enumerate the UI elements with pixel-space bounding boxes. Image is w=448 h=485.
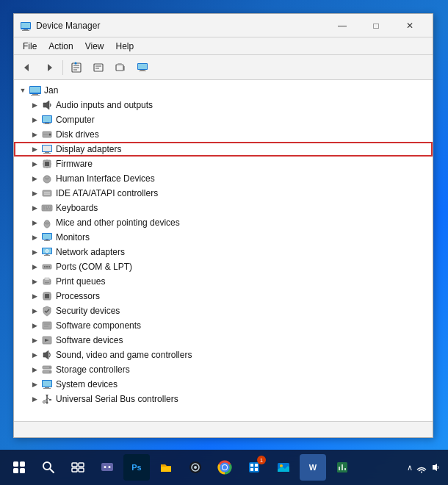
- expander-computer[interactable]: ▶: [29, 114, 40, 126]
- expander-hid[interactable]: ▶: [29, 173, 40, 184]
- tree-content[interactable]: ▼ Jan ▶: [14, 80, 433, 421]
- taskview-button[interactable]: [65, 454, 91, 481]
- tree-item-printqueues[interactable]: ▶ Print queues: [14, 274, 433, 289]
- expander-softwarecomponents[interactable]: ▶: [29, 320, 40, 331]
- tree-item-hid[interactable]: ▶ Human Interface Devices: [14, 171, 433, 186]
- start-button[interactable]: [6, 454, 32, 481]
- update-driver-button[interactable]: [88, 58, 109, 77]
- back-button[interactable]: [17, 58, 37, 77]
- help-button[interactable]: [132, 58, 153, 77]
- stats-button[interactable]: [329, 454, 355, 481]
- expander-ports[interactable]: ▶: [29, 261, 40, 273]
- store-button[interactable]: 1: [241, 454, 267, 481]
- tree-item-softwaredevices[interactable]: ▶ Software devices: [14, 333, 433, 348]
- steam-button[interactable]: [182, 454, 209, 481]
- icon-softwaredevices: [40, 334, 54, 347]
- expander-jan[interactable]: ▼: [17, 85, 29, 96]
- close-button[interactable]: ✕: [393, 14, 427, 37]
- expander-keyboards[interactable]: ▶: [29, 202, 40, 214]
- expander-firmware[interactable]: ▶: [29, 158, 40, 170]
- tree-item-audio[interactable]: ▶ Audio inputs and outputs: [14, 98, 433, 112]
- tree-root-jan[interactable]: ▼ Jan: [14, 83, 433, 98]
- label-usb: Universal Serial Bus controllers: [56, 394, 178, 404]
- svg-rect-138: [255, 468, 258, 471]
- svg-rect-63: [43, 234, 51, 239]
- minimize-button[interactable]: —: [325, 14, 359, 37]
- icon-firmware: [40, 157, 54, 170]
- expander-security[interactable]: ▶: [29, 305, 40, 317]
- expander-audio[interactable]: ▶: [29, 99, 40, 111]
- expander-systemdevices[interactable]: ▶: [29, 378, 40, 390]
- label-computer: Computer: [56, 115, 95, 125]
- menu-help[interactable]: Help: [110, 40, 140, 53]
- properties-button[interactable]: [66, 58, 87, 77]
- tree-item-mice[interactable]: ▶ Mice and other pointing devices: [14, 215, 433, 230]
- icon-audio: [40, 98, 54, 112]
- tree-item-network[interactable]: ▶ Network adapters: [14, 245, 433, 259]
- scan-button[interactable]: [110, 58, 131, 77]
- svg-rect-15: [118, 63, 122, 65]
- svg-point-102: [49, 371, 51, 373]
- svg-rect-104: [43, 381, 51, 387]
- maximize-button[interactable]: □: [359, 14, 393, 37]
- expander-usb[interactable]: ▶: [29, 393, 40, 405]
- word-button[interactable]: W: [300, 454, 326, 481]
- tree-item-processors[interactable]: ▶: [14, 289, 433, 303]
- svg-rect-21: [140, 70, 145, 71]
- volume-tray-icon: [430, 461, 442, 473]
- tree-item-keyboards[interactable]: ▶ Keyboards: [14, 201, 433, 215]
- menu-file[interactable]: File: [17, 40, 43, 53]
- svg-line-119: [50, 469, 54, 473]
- photos-button[interactable]: [270, 454, 297, 481]
- svg-point-133: [223, 465, 227, 470]
- svg-rect-120: [72, 463, 77, 467]
- tree-item-firmware[interactable]: ▶ Firmware: [14, 157, 433, 171]
- label-jan: Jan: [44, 85, 58, 96]
- svg-rect-57: [46, 209, 48, 210]
- label-security: Security devices: [56, 306, 120, 316]
- tree-item-security[interactable]: ▶ Security devices: [14, 303, 433, 318]
- forward-button[interactable]: [39, 58, 59, 77]
- tree-item-usb[interactable]: ▶ Universal Serial Bus controllers: [14, 392, 433, 406]
- expander-processors[interactable]: ▶: [29, 290, 40, 302]
- tree-item-monitors[interactable]: ▶ Monitors: [14, 230, 433, 245]
- svg-rect-65: [44, 240, 50, 241]
- tree-item-ide[interactable]: ▶ IDE ATA/ATAPI controllers: [14, 186, 433, 201]
- svg-rect-121: [79, 463, 84, 467]
- menu-view[interactable]: View: [79, 40, 110, 53]
- svg-rect-110: [49, 399, 51, 400]
- svg-rect-78: [45, 278, 49, 280]
- svg-point-74: [44, 266, 46, 267]
- fileexplorer-button[interactable]: [153, 454, 179, 481]
- tree-item-computer[interactable]: ▶ Computer: [14, 112, 433, 127]
- tree-item-sound[interactable]: ▶ Sound, video and game controllers: [14, 348, 433, 362]
- expander-storagecontrollers[interactable]: ▶: [29, 364, 40, 376]
- label-hid: Human Interface Devices: [56, 173, 155, 184]
- tree-item-systemdevices[interactable]: ▶ System devices: [14, 377, 433, 392]
- chat-button[interactable]: [94, 454, 120, 481]
- tree-item-storagecontrollers[interactable]: ▶ Storage controllers: [14, 362, 433, 377]
- svg-rect-116: [13, 468, 18, 473]
- tree-item-ports[interactable]: ▶ Ports (COM & LPT): [14, 259, 433, 274]
- search-button[interactable]: [35, 454, 62, 481]
- menu-action[interactable]: Action: [43, 40, 79, 53]
- expander-ide[interactable]: ▶: [29, 187, 40, 199]
- photoshop-button[interactable]: Ps: [123, 454, 150, 481]
- expander-mice[interactable]: ▶: [29, 217, 40, 229]
- expander-printqueues[interactable]: ▶: [29, 276, 40, 287]
- chrome-button[interactable]: [212, 454, 238, 481]
- svg-rect-37: [45, 152, 49, 153]
- label-sound: Sound, video and game controllers: [56, 350, 192, 360]
- expander-sound[interactable]: ▶: [29, 349, 40, 361]
- expander-monitors[interactable]: ▶: [29, 231, 40, 243]
- label-softwaredevices: Software devices: [56, 335, 123, 345]
- tray-icons: ∧: [407, 463, 413, 473]
- tree-item-diskdrives[interactable]: ▶ Disk drives: [14, 127, 433, 142]
- expander-diskdrives[interactable]: ▶: [29, 129, 40, 140]
- tree-item-softwarecomponents[interactable]: ▶ Software components: [14, 318, 433, 333]
- expander-displayadapters[interactable]: ▶: [29, 143, 40, 155]
- tree-item-displayadapters[interactable]: ▶ Display adapters: [14, 142, 433, 157]
- svg-marker-108: [46, 395, 48, 397]
- expander-network[interactable]: ▶: [29, 246, 40, 258]
- expander-softwaredevices[interactable]: ▶: [29, 334, 40, 346]
